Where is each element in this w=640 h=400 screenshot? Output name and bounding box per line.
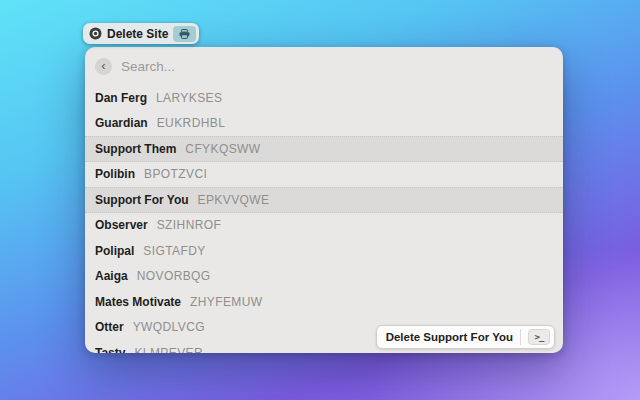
site-row[interactable]: Polipal SIGTAFDY xyxy=(85,238,563,264)
site-name: Observer xyxy=(95,218,148,232)
site-name: Tasty xyxy=(95,346,125,353)
site-row[interactable]: Support For You EPKVVQWE xyxy=(85,187,563,213)
site-code: CFYKQSWW xyxy=(185,142,260,156)
site-code: EUKRDHBL xyxy=(157,116,226,130)
site-code: LARYKSES xyxy=(156,91,222,105)
site-code: SZIHNROF xyxy=(157,218,222,232)
chevron-left-icon: ‹ xyxy=(101,59,105,72)
search-bar: ‹ xyxy=(85,47,563,85)
site-code: NOVORBQG xyxy=(137,269,211,283)
site-name: Mates Motivate xyxy=(95,295,181,309)
site-name: Otter xyxy=(95,320,124,334)
site-name: Support Them xyxy=(95,142,176,156)
site-row[interactable]: Dan Ferg LARYKSES xyxy=(85,85,563,111)
button-divider xyxy=(520,329,521,345)
delete-support-for-you-button[interactable]: Delete Support For You >_ xyxy=(376,325,555,349)
search-palette-panel: ‹ Dan Ferg LARYKSES Guardian EUKRDHBL Su… xyxy=(85,47,563,353)
back-button[interactable]: ‹ xyxy=(95,58,112,75)
site-code: YWQDLVCG xyxy=(133,320,205,334)
site-name: Polipal xyxy=(95,244,134,258)
site-row[interactable]: Support Them CFYKQSWW xyxy=(85,136,563,162)
printer-badge xyxy=(173,26,196,42)
printer-icon xyxy=(179,29,190,39)
delete-site-tooltip[interactable]: Delete Site xyxy=(83,23,199,44)
site-row[interactable]: Mates Motivate ZHYFEMUW xyxy=(85,289,563,315)
site-name: Support For You xyxy=(95,193,189,207)
site-name: Aaiga xyxy=(95,269,128,283)
site-code: KLMPEVER xyxy=(134,346,203,353)
site-row[interactable]: Aaiga NOVORBQG xyxy=(85,264,563,290)
site-name: Polibin xyxy=(95,167,135,181)
site-list: Dan Ferg LARYKSES Guardian EUKRDHBL Supp… xyxy=(85,85,563,353)
site-code: BPOTZVCI xyxy=(144,167,207,181)
site-row[interactable]: Polibin BPOTZVCI xyxy=(85,162,563,188)
site-code: ZHYFEMUW xyxy=(190,295,263,309)
site-name: Guardian xyxy=(95,116,148,130)
site-row[interactable]: Guardian EUKRDHBL xyxy=(85,111,563,137)
site-code: SIGTAFDY xyxy=(143,244,205,258)
site-name: Dan Ferg xyxy=(95,91,147,105)
search-input[interactable] xyxy=(121,59,553,74)
site-row[interactable]: Observer SZIHNROF xyxy=(85,213,563,239)
site-code: EPKVVQWE xyxy=(198,193,270,207)
action-button-label: Delete Support For You xyxy=(386,331,513,343)
terminal-prompt-icon: >_ xyxy=(528,329,550,345)
tooltip-label: Delete Site xyxy=(107,27,168,41)
record-icon xyxy=(89,27,102,40)
